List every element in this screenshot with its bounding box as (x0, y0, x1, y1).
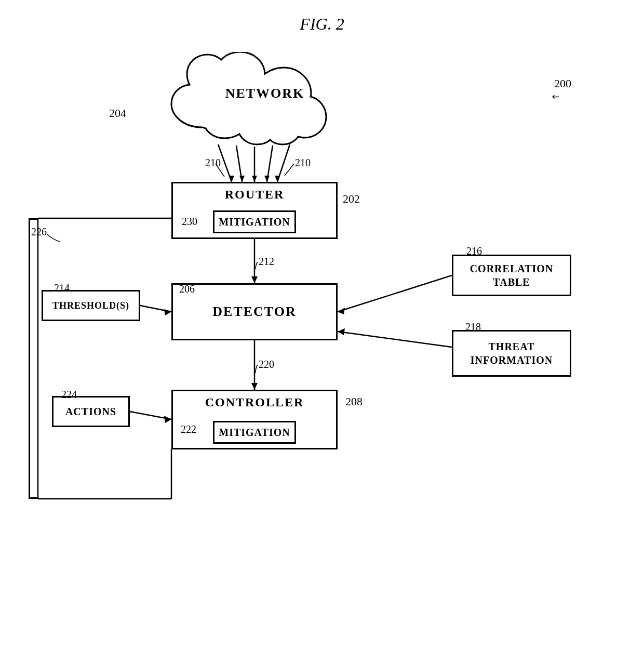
ref-226: 226 (31, 226, 47, 238)
svg-marker-25 (338, 328, 345, 335)
network-cloud: NETWORK (161, 52, 369, 145)
svg-line-3 (267, 145, 273, 182)
ref-222: 222 (181, 423, 196, 435)
svg-text:210: 210 (295, 157, 311, 168)
svg-line-4 (277, 144, 290, 182)
ref-200: 200 (554, 77, 571, 90)
svg-text:220: 220 (259, 359, 274, 370)
ref-200-arrow: ↙ (549, 90, 562, 103)
ref-206: 206 (179, 283, 195, 295)
svg-line-1 (236, 145, 242, 182)
router-mitigation-box: MITIGATION (213, 210, 296, 233)
threat-information-box: THREATINFORMATION (452, 330, 571, 377)
svg-line-20 (130, 412, 171, 419)
threshold-box: THRESHOLD(S) (42, 290, 140, 321)
svg-marker-7 (252, 176, 257, 182)
svg-marker-16 (251, 383, 258, 390)
detector-label: DETECTOR (212, 304, 296, 320)
controller-label: CONTROLLER (173, 395, 336, 409)
controller-box: CONTROLLER MITIGATION (171, 390, 338, 449)
svg-marker-19 (164, 309, 171, 315)
detector-box: DETECTOR (171, 283, 338, 340)
svg-line-0 (218, 144, 232, 182)
svg-marker-5 (229, 176, 234, 182)
svg-text:210: 210 (205, 157, 221, 168)
ref-214: 214 (54, 282, 70, 294)
ref-224: 224 (61, 389, 77, 401)
svg-text:212: 212 (259, 256, 274, 267)
svg-marker-8 (264, 176, 270, 182)
correlation-table-box: CORRELATIONTABLE (452, 255, 571, 296)
ref-230: 230 (182, 216, 197, 228)
controller-mitigation-box: MITIGATION (213, 421, 296, 444)
svg-marker-9 (275, 176, 280, 182)
ref-202: 202 (343, 192, 360, 206)
router-label: ROUTER (173, 188, 336, 202)
svg-marker-13 (251, 276, 258, 283)
ref-208: 208 (345, 395, 363, 408)
svg-marker-21 (164, 416, 171, 423)
controller-mitigation-label: MITIGATION (219, 427, 290, 439)
network-label: NETWORK (161, 86, 369, 101)
actions-box: ACTIONS (52, 396, 130, 427)
figure-title: FIG. 2 (300, 15, 344, 34)
svg-marker-23 (338, 308, 345, 314)
svg-line-24 (338, 332, 452, 347)
svg-line-18 (140, 306, 171, 312)
svg-line-22 (338, 275, 452, 312)
svg-marker-6 (239, 176, 245, 182)
threshold-label: THRESHOLD(S) (52, 300, 129, 311)
correlation-label: CORRELATIONTABLE (470, 262, 554, 289)
threat-label: THREATINFORMATION (471, 340, 553, 367)
ref-216: 216 (466, 245, 482, 257)
router-box: ROUTER MITIGATION (171, 182, 338, 239)
actions-label: ACTIONS (65, 406, 116, 418)
diagram-container: FIG. 2 200 ↙ NETWORK 204 ROUTER MITIGATI… (0, 0, 644, 649)
ref-218: 218 (465, 321, 481, 333)
ref-204: 204 (109, 107, 126, 120)
router-mitigation-label: MITIGATION (219, 216, 290, 228)
left-bracket-226 (29, 218, 38, 499)
